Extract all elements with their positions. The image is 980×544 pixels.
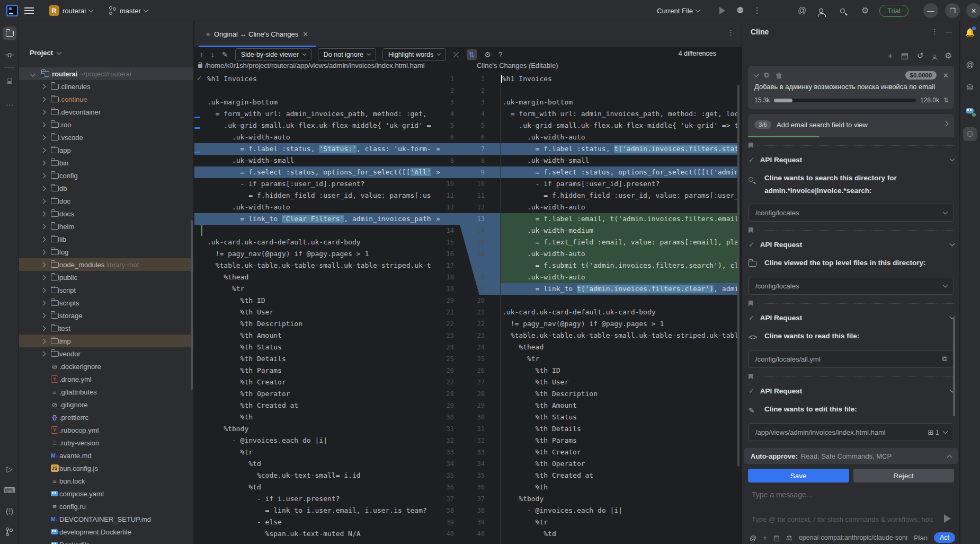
tree-item-config-ru[interactable]: ≡config.ru xyxy=(19,500,194,513)
project-scrollbar[interactable] xyxy=(191,220,193,390)
act-toggle[interactable]: Act xyxy=(934,532,955,543)
event-path-box[interactable]: /config/locales/all.yml⧉ xyxy=(749,350,954,368)
docker-tool-button[interactable] xyxy=(963,104,977,118)
project-panel-header[interactable]: Project xyxy=(30,49,61,57)
diff-left-pane[interactable]: %h1 Invoices.uk-margin-bottom = form_wit… xyxy=(194,73,431,544)
minimize-button[interactable]: — xyxy=(923,0,938,21)
external-link-icon[interactable]: ⧉ xyxy=(942,355,947,363)
context-input[interactable]: Type @ for context, / for slash commands… xyxy=(752,515,933,523)
tree-item-development-dockerfile[interactable]: development.Dockerfile xyxy=(19,525,194,538)
project-tool-button[interactable] xyxy=(3,27,16,40)
chevron-down-icon[interactable] xyxy=(943,429,948,434)
tree-item--ruby-version[interactable]: ≡.ruby-version xyxy=(19,436,194,449)
more-tools-button[interactable]: … xyxy=(3,95,16,109)
tree-item-node-modules[interactable]: node_modules library root xyxy=(19,258,194,271)
commit-tool-button[interactable]: -o- xyxy=(3,47,16,61)
api-request-row[interactable]: ✓API Request xyxy=(749,240,954,249)
tree-item--vscode[interactable]: .vscode xyxy=(19,131,194,144)
tree-item-tmp[interactable]: tmp xyxy=(19,335,194,347)
cline-tool-button[interactable]: ⚇ xyxy=(963,127,977,141)
tree-item-compose-yaml[interactable]: compose.yaml xyxy=(19,487,194,500)
history-button[interactable]: ↺ xyxy=(917,51,924,60)
tree-item--prettierrc[interactable]: {}.prettierrc xyxy=(19,411,194,424)
collapse-unchanged-button[interactable]: ⤫ xyxy=(453,50,459,59)
tree-item--rubocop-yml[interactable]: Y.rubocop.yml xyxy=(19,424,194,436)
chevron-down-icon[interactable] xyxy=(943,283,948,288)
diff-right-pane[interactable]: %h1 Invoices.uk-margin-bottom = form_wit… xyxy=(500,73,738,544)
plan-toggle[interactable]: Plan xyxy=(914,534,928,542)
tree-item--gitattributes[interactable]: ≡.gitattributes xyxy=(19,385,194,398)
code-with-me-button[interactable] xyxy=(819,0,823,21)
tree-item-lib[interactable]: lib xyxy=(19,233,194,245)
tree-item--dockerignore[interactable]: ⊘.dockerignore xyxy=(19,360,194,373)
tab-options-button[interactable]: ⋮ xyxy=(727,29,734,37)
delete-task-icon[interactable]: 🗑 xyxy=(776,72,782,80)
chevron-down-icon[interactable] xyxy=(943,209,948,215)
collapse-task-icon[interactable] xyxy=(754,72,759,77)
sync-scroll-button[interactable]: ⇅ xyxy=(467,49,477,60)
project-widget[interactable]: R routerai xyxy=(49,0,93,21)
git-tool-button[interactable] xyxy=(3,525,16,539)
services-tool-button[interactable]: ▷ xyxy=(3,462,16,476)
tree-item--devcontainer[interactable]: .devcontainer xyxy=(19,106,194,118)
message-input[interactable]: Type a message... xyxy=(752,490,812,499)
event-path-box[interactable]: /config/locales xyxy=(749,204,954,222)
tree-item--clinerules[interactable]: .clinerules xyxy=(19,80,194,93)
bookmark-icon[interactable] xyxy=(749,301,753,306)
api-request-row[interactable]: ✓API Request xyxy=(749,313,954,322)
api-request-row[interactable]: ✓API Request xyxy=(749,386,954,396)
tree-item-public[interactable]: public xyxy=(19,271,194,284)
diff-settings-button[interactable]: ⚙ xyxy=(484,50,491,59)
more-actions-button[interactable]: ⋮ xyxy=(753,0,761,21)
settings-button[interactable]: ⚙ xyxy=(861,0,869,21)
tree-item-helm[interactable]: helm xyxy=(19,220,194,233)
mcp-icon[interactable]: ⚖ xyxy=(786,534,792,542)
expand-context-icon[interactable]: ⇅ xyxy=(943,96,949,104)
tree-item-storage[interactable]: storage xyxy=(19,309,194,322)
tree-item-avante-md[interactable]: M↓avante.md xyxy=(19,449,194,462)
bookmark-icon[interactable] xyxy=(749,374,753,380)
tree-item-doc[interactable]: doc xyxy=(19,195,194,207)
problems-tool-button[interactable]: (!) xyxy=(3,504,16,517)
diff-tab[interactable]: ≡ Original ↔ Cline's Changes ✕ xyxy=(199,21,316,47)
run-config-selector[interactable]: Current File xyxy=(657,0,700,21)
tree-item-docs[interactable]: docs xyxy=(19,207,194,220)
search-everywhere-button[interactable] xyxy=(840,0,845,21)
tree-item-log[interactable]: log xyxy=(19,245,194,258)
main-menu-button[interactable] xyxy=(24,0,34,21)
tree-item-bun-lock[interactable]: ≡bun.lock xyxy=(19,475,194,487)
tree-item-dockerfile[interactable]: Dockerfile xyxy=(19,538,194,544)
diff-scrollbar[interactable] xyxy=(737,85,740,467)
tree-item-db[interactable]: db xyxy=(19,182,194,195)
highlight-policy-dropdown[interactable]: Highlight words xyxy=(382,48,446,61)
account-button[interactable] xyxy=(932,51,937,60)
add-context-icon[interactable]: + xyxy=(763,534,767,542)
auto-approve-bar[interactable]: Auto-approve: Read, Safe Commands, MCP xyxy=(744,448,958,464)
database-tool-button[interactable]: ⛁ xyxy=(963,81,977,94)
tree-item-scripts[interactable]: scripts xyxy=(19,296,194,309)
reject-button[interactable]: Reject xyxy=(853,469,955,482)
bookmark-icon[interactable] xyxy=(749,143,753,148)
tree-item-test[interactable]: test xyxy=(19,322,194,335)
debug-button[interactable]: ⚉ xyxy=(736,0,744,21)
event-path-box[interactable]: /app/views/admin/invoices/index.html.ham… xyxy=(749,423,954,441)
whitespace-policy-dropdown[interactable]: Do not ignore xyxy=(318,48,376,61)
trial-badge[interactable]: Trial xyxy=(879,0,908,21)
cline-options-button[interactable]: ⋮ xyxy=(931,28,938,36)
mention-icon[interactable]: @ xyxy=(750,534,756,542)
edit-icon[interactable]: ✎ xyxy=(222,50,228,59)
close-tab-icon[interactable]: ✕ xyxy=(302,30,308,38)
ai-assistant-button[interactable]: @ xyxy=(798,0,806,21)
tree-item-vendor[interactable]: vendor xyxy=(19,347,194,360)
tree-item-bun-config-js[interactable]: JSbun.config.js xyxy=(19,462,194,475)
notifications-button[interactable]: 🔔 xyxy=(963,25,977,39)
tree-item-config[interactable]: config xyxy=(19,169,194,182)
viewer-mode-dropdown[interactable]: Side-by-side viewer xyxy=(235,48,311,61)
cline-hide-button[interactable]: — xyxy=(945,28,952,36)
tree-item-devcontainer-setup-md[interactable]: M↓DEVCONTAINER_SETUP.md xyxy=(19,513,194,525)
cline-settings-button[interactable]: ⚙ xyxy=(945,51,952,60)
tree-item--gitignore[interactable]: ⊘.gitignore xyxy=(19,398,194,411)
tree-item-script[interactable]: script xyxy=(19,284,194,296)
ai-assistant-tool-button[interactable]: @ xyxy=(963,57,977,71)
tree-item-app[interactable]: app xyxy=(19,144,194,156)
